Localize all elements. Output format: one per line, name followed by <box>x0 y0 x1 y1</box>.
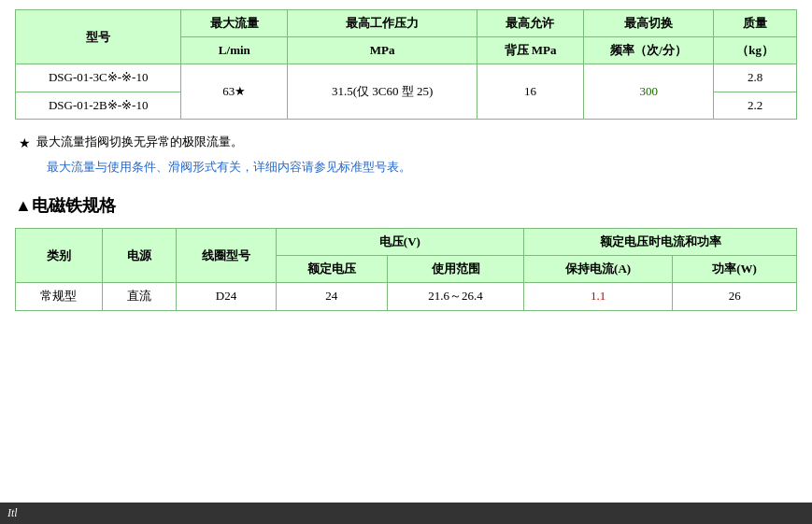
top-table: 型号 最大流量 最高工作压力 最高允许 最高切换 质量 L/min MPa 背压… <box>15 9 797 120</box>
cell-frequency: 300 <box>583 64 713 119</box>
table-row: DSG-01-3C※-※-10 63★ 31.5(仅 3C60 型 25) 16… <box>16 64 797 92</box>
cell-coil: D24 <box>177 283 276 310</box>
col-header-rated-voltage: 额定电压 <box>276 256 387 283</box>
col-header-flow-line2: L/min <box>181 37 288 64</box>
col-header-rated-group: 额定电压时电流和功率 <box>524 228 797 255</box>
cell-pressure: 31.5(仅 3C60 型 25) <box>288 64 477 119</box>
footer-text: Itl <box>7 506 18 519</box>
cell-weight-1: 2.2 <box>714 92 797 119</box>
col-header-use-range: 使用范围 <box>388 256 524 283</box>
heading-text: ▲电磁铁规格 <box>15 194 116 217</box>
col-header-power: 电源 <box>102 228 177 282</box>
bottom-table: 类别 电源 线圈型号 电压(V) 额定电压时电流和功率 额定电压 使用范围 保持… <box>15 228 797 311</box>
cell-wattage: 26 <box>673 283 797 310</box>
col-header-model: 型号 <box>16 10 181 64</box>
cell-weight-0: 2.8 <box>714 64 797 92</box>
note-star-line: ★ 最大流量指阀切换无异常的极限流量。 <box>19 133 797 154</box>
cell-rated-voltage: 24 <box>276 283 387 310</box>
note-link-line: 最大流量与使用条件、滑阀形式有关，详细内容请参见标准型号表。 <box>19 158 797 177</box>
col-header-pressure-line1: 最高工作压力 <box>288 10 477 37</box>
col-header-freq-line2: 频率（次/分） <box>583 37 713 64</box>
footer-bar: Itl <box>0 503 812 524</box>
star-note-text: 最大流量指阀切换无异常的极限流量。 <box>36 133 243 152</box>
col-header-category: 类别 <box>16 228 103 282</box>
cell-category: 常规型 <box>16 283 103 310</box>
bottom-table-row: 常规型 直流 D24 24 21.6～26.4 1.1 26 <box>16 283 797 310</box>
col-header-voltage-group: 电压(V) <box>276 228 523 255</box>
col-header-freq-line1: 最高切换 <box>583 10 713 37</box>
col-header-weight-line1: 质量 <box>714 10 797 37</box>
cell-model-0: DSG-01-3C※-※-10 <box>16 64 181 92</box>
cell-model-1: DSG-01-2B※-※-10 <box>16 92 181 119</box>
col-header-flow-line1: 最大流量 <box>181 10 288 37</box>
link-note-text: 最大流量与使用条件、滑阀形式有关，详细内容请参见标准型号表。 <box>47 158 411 177</box>
col-header-pressure-line2: MPa <box>288 37 477 64</box>
star-icon: ★ <box>19 134 31 154</box>
col-header-coil: 线圈型号 <box>177 228 276 282</box>
col-header-wattage: 功率(W) <box>673 256 797 283</box>
cell-hold-current: 1.1 <box>524 283 673 310</box>
col-header-weight-line2: （kg） <box>714 37 797 64</box>
cell-flow: 63★ <box>181 64 288 119</box>
col-header-back-line1: 最高允许 <box>477 10 583 37</box>
notes-section: ★ 最大流量指阀切换无异常的极限流量。 最大流量与使用条件、滑阀形式有关，详细内… <box>15 133 797 177</box>
col-header-hold-current: 保持电流(A) <box>524 256 673 283</box>
cell-backpressure: 16 <box>477 64 583 119</box>
cell-power: 直流 <box>102 283 177 310</box>
section-heading-solenoid: ▲电磁铁规格 <box>15 194 797 217</box>
col-header-back-line2: 背压 MPa <box>477 37 583 64</box>
cell-use-range: 21.6～26.4 <box>388 283 524 310</box>
